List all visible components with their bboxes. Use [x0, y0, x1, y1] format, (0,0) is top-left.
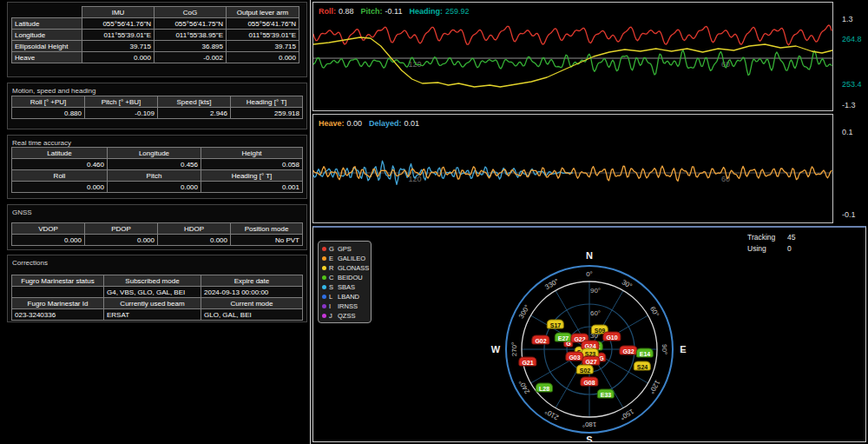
legend-item-beidou: CBEIDOU: [322, 273, 371, 282]
y-axis-label: 264.8: [842, 35, 868, 43]
heave-chart: 12060: [313, 115, 832, 222]
attitude-chart-panel: Roll:0.88Pitch:-0.11Heading:259.92 12060: [312, 2, 833, 111]
table-cell: 0.001: [201, 182, 303, 193]
legend-letter: S: [329, 283, 335, 291]
y-axis-label: 253.4: [842, 80, 868, 89]
table-row: G4, VBS, GLO, GAL, BEI2024-09-13 00:00:0…: [12, 287, 303, 298]
table-header-row: IMUCoGOutput lever arm: [12, 7, 299, 18]
cardinal-s: S: [586, 434, 592, 441]
row-label: Latitude: [12, 18, 82, 30]
y-axis-label: -0.1: [842, 210, 868, 219]
column-header: Subscribed mode: [104, 275, 201, 287]
data-table: IMUCoGOutput lever armLatitude055°56'41.…: [11, 6, 299, 63]
column-header: Latitude: [12, 148, 108, 159]
legend-color-dot: [322, 314, 326, 318]
section-title: Motion, speed and heading: [12, 87, 96, 95]
legend-name: IRNSS: [338, 302, 358, 310]
data-table: LatitudeLongitudeHeight0.4600.4560.058Ro…: [11, 147, 303, 193]
satellite-tag-E33: E33: [597, 389, 615, 399]
gnss-monitoring-dashboard: IMUCoGOutput lever armLatitude055°56'41.…: [0, 0, 868, 444]
legend-name: GPS: [338, 245, 352, 253]
table-cell: GLO, GAL, BEI: [201, 309, 303, 321]
legend-name: QZSS: [338, 312, 355, 320]
x-tick-label: 120: [408, 175, 421, 183]
data-table: VDOPPDOPHDOPPosition mode0.0000.0000.000…: [11, 222, 303, 246]
legend-item-qzss: JQZSS: [322, 311, 371, 321]
table-header-row: Fugro Marinestar IdCurrently used beamCu…: [12, 298, 303, 309]
satellite-tag-S02: S02: [576, 365, 594, 374]
table-cell: 0.000: [158, 235, 231, 246]
satellite-tag-G08: G08: [580, 377, 598, 387]
heave-chart-panel: Heave:0.00Delayed:0.01 12060: [312, 114, 833, 223]
table-cell: 0.000: [108, 182, 201, 193]
legend-letter: G: [329, 245, 335, 253]
legend-letter: E: [329, 255, 335, 262]
table-cell: 011°55'39.01"E: [82, 30, 155, 41]
satellite-tag-G32: G32: [619, 346, 637, 355]
section-title: Real time accuracy: [12, 139, 71, 147]
legend-color-dot: [322, 275, 326, 280]
using-value: 0: [787, 244, 792, 255]
table-row: Heave0.000-0.0020.000: [12, 52, 299, 63]
table-cell: No PVT: [231, 235, 303, 246]
column-header: CoG: [155, 7, 227, 18]
section-corrections: CorrectionsFugro Marinestar statusSubscr…: [7, 255, 307, 322]
table-row: Latitude055°56'41.76"N055°56'41.75"N055°…: [12, 18, 299, 30]
data-tables-panel: IMUCoGOutput lever armLatitude055°56'41.…: [0, 0, 311, 444]
table-row: 0.4600.4560.058: [12, 159, 303, 170]
legend-letter: I: [329, 302, 335, 310]
table-row: 0.0000.0000.001: [12, 182, 303, 193]
column-header: Roll: [12, 170, 108, 182]
table-cell: 2024-09-13 00:00:00: [201, 287, 303, 298]
corner-cell: [12, 7, 82, 18]
skyplot: 0°30°60°90°120°150°180°210°240°270°300°3…: [313, 228, 865, 441]
table-cell: 259.918: [231, 108, 303, 119]
table-cell: 2.946: [158, 108, 231, 119]
column-header: Position mode: [231, 223, 303, 235]
tracking-value: 45: [787, 233, 795, 244]
table-header-row: Fugro Marinestar statusSubscribed modeEx…: [12, 275, 303, 287]
satellite-tag-G02: G02: [531, 335, 549, 345]
satellite-tag-L28: L28: [536, 383, 553, 393]
column-header: Longitude: [108, 148, 201, 159]
legend-color-dot: [322, 266, 326, 270]
column-header: Currently used beam: [104, 298, 201, 309]
legend-letter: L: [329, 293, 335, 301]
table-cell: 39.715: [82, 41, 155, 52]
table-cell: G4, VBS, GLO, GAL, BEI: [104, 287, 201, 298]
legend-letter: R: [329, 264, 335, 272]
column-header: Speed [kts]: [158, 96, 231, 108]
skyplot-panel: 0°30°60°90°120°150°180°210°240°270°300°3…: [312, 226, 866, 442]
legend-item-lband: LLBAND: [322, 292, 371, 302]
table-cell: 023-3240336: [12, 309, 104, 321]
attitude-chart: 12060: [313, 3, 832, 110]
y-axis-label: 1.3: [842, 15, 868, 23]
azimuth-label: 0°: [586, 270, 593, 278]
legend-name: GALILEO: [338, 255, 365, 262]
y-axis-label: -1.3: [842, 101, 868, 109]
column-header: PDOP: [85, 223, 158, 235]
legend-item-irnss: IIRNSS: [322, 302, 371, 311]
table-cell: 011°55'38.95"E: [155, 30, 227, 41]
satellite-tag-G10: G10: [602, 332, 621, 341]
constellation-legend: GGPSEGALILEORGLONASSCBEIDOUSSBASLLBANDII…: [318, 241, 372, 323]
table-cell: 0.000: [82, 52, 155, 63]
table-row: 0.0000.0000.000No PVT: [12, 235, 303, 246]
legend-color-dot: [322, 256, 326, 261]
tracking-label: Tracking: [747, 233, 787, 244]
table-header-row: VDOPPDOPHDOPPosition mode: [12, 223, 303, 235]
column-header: VDOP: [12, 223, 85, 235]
table-header-row: LatitudeLongitudeHeight: [12, 148, 303, 159]
row-label: Ellipsoidal Height: [12, 41, 82, 52]
table-cell: ERSAT: [104, 309, 201, 321]
section-accuracy: Real time accuracyLatitudeLongitudeHeigh…: [7, 135, 307, 199]
y-axis-label: 0.1: [842, 128, 868, 136]
legend-name: GLONASS: [338, 264, 369, 272]
legend-name: BEIDOU: [338, 274, 363, 282]
azimuth-label: 270°: [510, 342, 518, 357]
legend-item-gps: GGPS: [322, 244, 371, 254]
legend-color-dot: [322, 295, 326, 299]
legend-letter: J: [329, 312, 335, 320]
column-header: Fugro Marinestar status: [12, 275, 104, 287]
table-cell: [12, 287, 104, 298]
